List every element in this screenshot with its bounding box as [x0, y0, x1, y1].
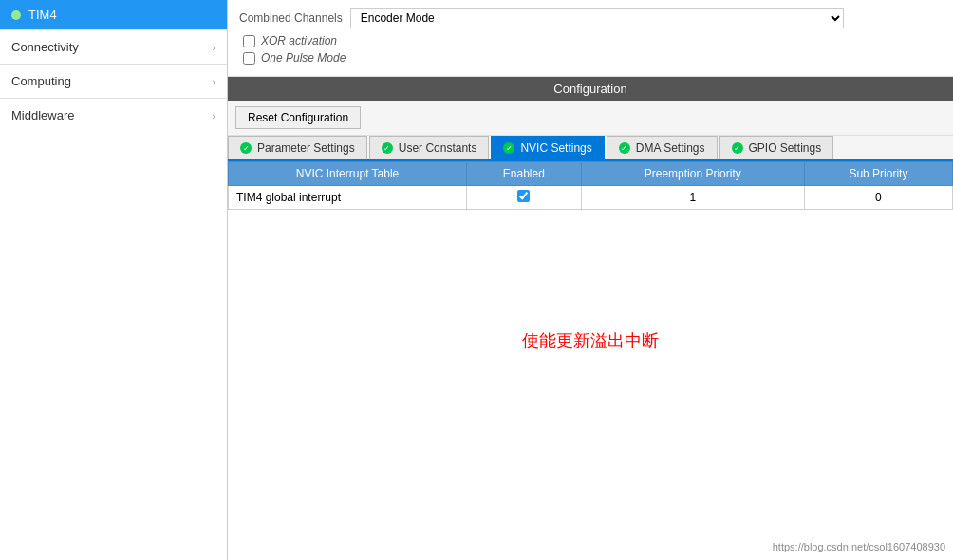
nvic-interrupt-table: NVIC Interrupt Table Enabled Preemption …: [228, 161, 953, 210]
tab-icon-gpio: [732, 142, 743, 154]
tabs-bar: Parameter Settings User Constants NVIC S…: [228, 136, 953, 161]
config-header: Configuration: [228, 77, 953, 101]
col-enabled: Enabled: [467, 162, 582, 186]
sidebar-section-connectivity: Connectivity ›: [0, 29, 227, 64]
tab-nvic-settings[interactable]: NVIC Settings: [491, 136, 604, 159]
main-container: TIM4 Connectivity › Computing › Middlewa…: [0, 0, 953, 560]
xor-activation-checkbox[interactable]: [243, 35, 255, 47]
table-row: TIM4 global interrupt 1 0: [229, 186, 953, 210]
config-section: Configuration Reset Configuration Parame…: [228, 77, 953, 560]
interrupt-name: TIM4 global interrupt: [229, 186, 467, 210]
sidebar-item-computing[interactable]: Computing ›: [0, 65, 227, 98]
sidebar-section-computing: Computing ›: [0, 64, 227, 98]
top-form: Combined Channels Encoder Mode XOR activ…: [228, 0, 953, 77]
tab-icon-parameter: [240, 142, 252, 154]
url-watermark: https://blog.csdn.net/csol1607408930: [773, 541, 945, 552]
one-pulse-mode-row: One Pulse Mode: [239, 51, 942, 65]
tab-label-nvic: NVIC Settings: [520, 141, 591, 155]
encoder-mode-select[interactable]: Encoder Mode: [350, 8, 844, 28]
tab-parameter-settings[interactable]: Parameter Settings: [228, 136, 367, 159]
watermark-text: 使能更新溢出中断: [522, 329, 659, 352]
tab-icon-nvic: [503, 142, 514, 154]
tab-label-gpio: GPIO Settings: [749, 141, 822, 155]
xor-activation-row: XOR activation: [239, 34, 942, 47]
connectivity-label: Connectivity: [11, 40, 79, 54]
chevron-right-icon: ›: [212, 42, 215, 53]
tab-dma-settings[interactable]: DMA Settings: [607, 136, 718, 159]
tab-gpio-settings[interactable]: GPIO Settings: [719, 136, 834, 159]
one-pulse-mode-checkbox[interactable]: [243, 52, 255, 65]
combined-channels-row: Combined Channels Encoder Mode: [239, 8, 942, 28]
tab-label-dma: DMA Settings: [636, 141, 705, 155]
tab-label-parameter: Parameter Settings: [257, 141, 355, 155]
config-header-label: Configuration: [553, 82, 626, 96]
interrupt-enabled-checkbox[interactable]: [517, 190, 530, 202]
interrupt-sub-priority: 0: [804, 186, 952, 210]
col-preemption-priority: Preemption Priority: [581, 162, 804, 186]
config-toolbar: Reset Configuration: [228, 101, 953, 136]
sidebar-section-middleware: Middleware ›: [0, 98, 227, 132]
tim4-label: TIM4: [28, 8, 57, 22]
interrupt-preemption-priority: 1: [581, 186, 804, 210]
col-nvic-interrupt-table: NVIC Interrupt Table: [229, 162, 467, 186]
sidebar: TIM4 Connectivity › Computing › Middlewa…: [0, 0, 228, 560]
nvic-content-body: NVIC Interrupt Table Enabled Preemption …: [228, 161, 953, 560]
middleware-label: Middleware: [11, 108, 74, 122]
chevron-right-icon-computing: ›: [212, 76, 215, 87]
computing-label: Computing: [11, 74, 71, 88]
tab-icon-dma: [619, 142, 630, 154]
reset-configuration-button[interactable]: Reset Configuration: [235, 106, 361, 129]
col-sub-priority: Sub Priority: [804, 162, 952, 186]
interrupt-enabled-cell: [467, 186, 582, 210]
tab-icon-user-constants: [382, 142, 393, 154]
tab-user-constants[interactable]: User Constants: [369, 136, 490, 159]
tim4-status-dot: [11, 10, 21, 20]
chevron-right-icon-middleware: ›: [212, 110, 215, 121]
tab-label-user-constants: User Constants: [399, 141, 477, 155]
sidebar-item-connectivity[interactable]: Connectivity ›: [0, 30, 227, 64]
one-pulse-mode-label: One Pulse Mode: [261, 51, 346, 65]
sidebar-item-tim4[interactable]: TIM4: [0, 0, 227, 29]
combined-channels-label: Combined Channels: [239, 11, 343, 25]
xor-activation-label: XOR activation: [261, 34, 337, 47]
sidebar-item-middleware[interactable]: Middleware ›: [0, 99, 227, 132]
content-area: Combined Channels Encoder Mode XOR activ…: [228, 0, 953, 560]
